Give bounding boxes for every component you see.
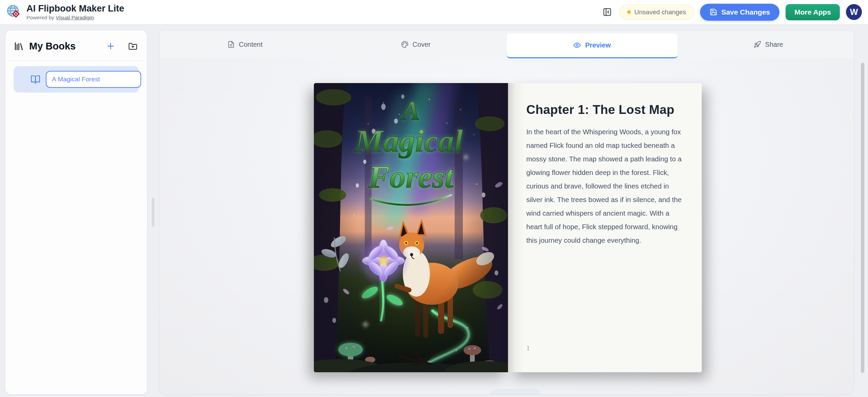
book-cover-page[interactable]: A Magical Forest (314, 83, 508, 372)
page-number: 1 (526, 344, 530, 353)
avatar-initial: W (850, 7, 858, 17)
sidebar-divider (5, 60, 147, 61)
palette-icon (401, 41, 409, 48)
tab-share[interactable]: Share (683, 31, 854, 58)
eye-icon (573, 41, 581, 49)
brand: AI Flipbook Maker Lite Powered by Visual… (6, 3, 124, 20)
unsaved-dot-icon (627, 10, 631, 14)
powered-by: Powered by Visual Paradigm (26, 15, 124, 21)
page-scrollbar-thumb[interactable] (861, 63, 864, 373)
flipbook: A Magical Forest (314, 83, 702, 372)
visual-paradigm-link[interactable]: Visual Paradigm (56, 15, 94, 20)
preview-area: A Magical Forest (159, 58, 854, 394)
sidebar-resize-handle[interactable] (152, 198, 154, 227)
tab-bar: Content Cover Preview (159, 31, 854, 58)
my-books-sidebar: My Books (5, 31, 147, 394)
preview-toolbar-pill[interactable] (491, 390, 540, 394)
tab-content-label: Content (239, 41, 263, 48)
visual-paradigm-logo-icon (6, 4, 22, 20)
unsaved-changes-badge: Unsaved changes (619, 5, 694, 20)
editor-panel: Content Cover Preview (159, 31, 854, 394)
plus-icon (106, 41, 115, 51)
sidebar-title: My Books (29, 41, 76, 52)
tab-cover-label: Cover (413, 41, 431, 48)
more-apps-label: More Apps (794, 8, 831, 16)
add-book-button[interactable] (105, 40, 117, 52)
more-apps-button[interactable]: More Apps (786, 4, 840, 20)
new-folder-button[interactable] (127, 40, 139, 52)
book-list-item[interactable] (14, 66, 139, 93)
book-title-input[interactable] (46, 71, 141, 88)
unsaved-changes-label: Unsaved changes (635, 8, 686, 16)
tab-content[interactable]: Content (159, 31, 331, 58)
file-text-icon (227, 41, 235, 48)
book-cover-image: A Magical Forest (314, 83, 508, 372)
tab-preview-label: Preview (585, 41, 611, 49)
collapse-panel-button[interactable] (602, 6, 613, 18)
save-changes-label: Save Changes (721, 8, 770, 16)
folder-plus-icon (128, 42, 137, 51)
chapter-title: Chapter 1: The Lost Map (526, 103, 682, 117)
library-icon (14, 41, 24, 52)
book-open-icon (31, 75, 40, 84)
powered-by-prefix: Powered by (26, 15, 56, 20)
app-header: AI Flipbook Maker Lite Powered by Visual… (0, 0, 868, 24)
tab-preview[interactable]: Preview (507, 33, 678, 58)
app-title: AI Flipbook Maker Lite (26, 3, 124, 14)
save-icon (710, 8, 717, 16)
rocket-icon (754, 41, 761, 48)
panel-left-close-icon (603, 7, 612, 17)
chapter-body: In the heart of the Whispering Woods, a … (526, 125, 682, 247)
save-changes-button[interactable]: Save Changes (700, 4, 780, 21)
tab-share-label: Share (765, 41, 783, 48)
tab-cover[interactable]: Cover (331, 31, 502, 58)
user-avatar[interactable]: W (846, 4, 862, 20)
book-text-page[interactable]: Chapter 1: The Lost Map In the heart of … (508, 83, 702, 372)
